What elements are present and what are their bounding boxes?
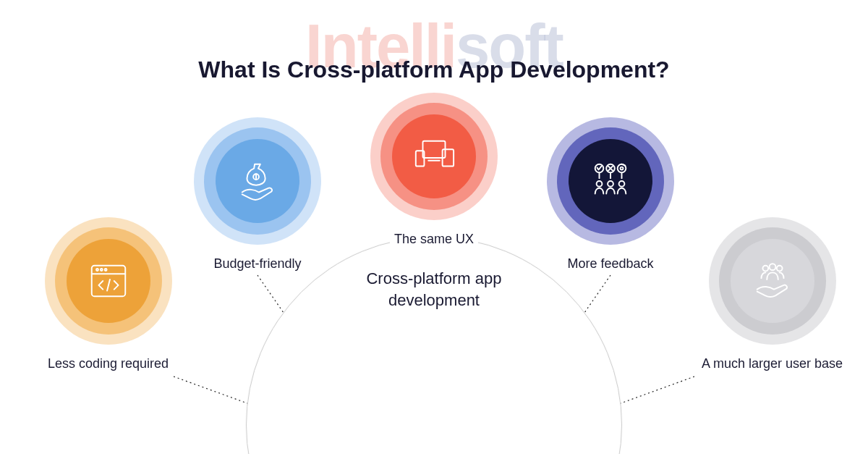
hub-label: Cross-platform app development: [340, 268, 528, 311]
devices-icon: [412, 134, 456, 179]
svg-line-24: [622, 164, 626, 166]
circle-larger-user-base: [709, 217, 836, 345]
node-larger-user-base: A much larger user base: [697, 217, 847, 373]
svg-line-10: [107, 279, 110, 291]
money-hand-icon: [235, 159, 280, 203]
node-same-ux: The same UX: [370, 93, 498, 248]
label-less-coding: Less coding required: [43, 355, 173, 373]
node-less-coding: Less coding required: [43, 217, 173, 373]
users-hand-icon: [750, 258, 795, 303]
svg-point-33: [776, 266, 782, 272]
circle-budget-friendly: [194, 117, 321, 245]
circle-more-feedback: [547, 117, 674, 245]
svg-point-32: [769, 264, 775, 270]
svg-point-28: [597, 181, 603, 187]
svg-point-9: [104, 269, 106, 271]
svg-point-31: [762, 266, 768, 272]
svg-point-7: [96, 269, 98, 271]
feedback-icon: [588, 159, 633, 203]
label-more-feedback: More feedback: [563, 255, 658, 273]
circle-less-coding: [45, 217, 172, 345]
code-window-icon: [86, 258, 131, 303]
svg-point-30: [619, 181, 625, 187]
node-more-feedback: More feedback: [547, 117, 674, 273]
svg-point-29: [608, 181, 613, 187]
svg-point-23: [621, 167, 624, 170]
page-title: What Is Cross-platform App Development?: [198, 56, 669, 83]
svg-point-8: [100, 269, 102, 271]
circle-same-ux: [370, 93, 498, 220]
label-larger-user-base: A much larger user base: [697, 355, 847, 373]
node-budget-friendly: Budget-friendly: [194, 117, 321, 273]
label-same-ux: The same UX: [390, 230, 478, 248]
label-budget-friendly: Budget-friendly: [209, 255, 305, 273]
